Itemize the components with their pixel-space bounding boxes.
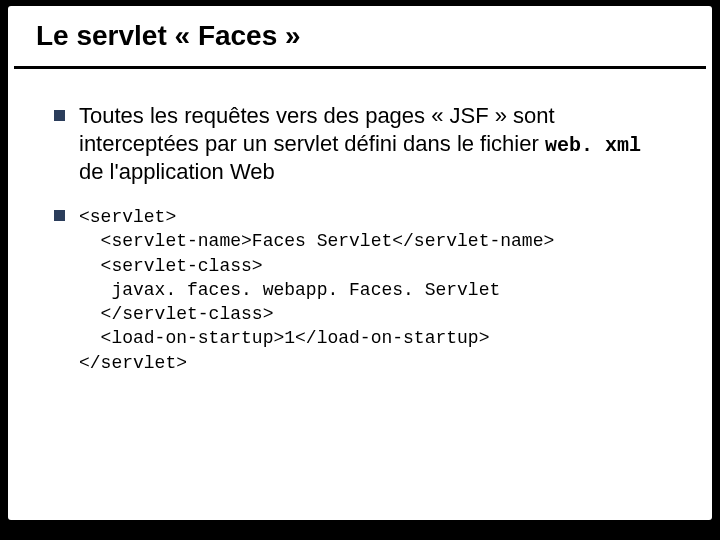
title-divider: [14, 66, 706, 69]
bullet-square-icon: [54, 110, 65, 121]
bullet-item: <servlet> <servlet-name>Faces Servlet</s…: [54, 205, 662, 375]
inline-code: web. xml: [545, 134, 641, 157]
slide-body: Toutes les requêtes vers des pages « JSF…: [54, 102, 662, 395]
bullet-text: Toutes les requêtes vers des pages « JSF…: [79, 102, 662, 185]
code-block: <servlet> <servlet-name>Faces Servlet</s…: [79, 205, 554, 375]
bullet-square-icon: [54, 210, 65, 221]
slide-title: Le servlet « Faces »: [36, 20, 301, 52]
bullet-item: Toutes les requêtes vers des pages « JSF…: [54, 102, 662, 185]
slide: Le servlet « Faces » Toutes les requêtes…: [8, 6, 712, 520]
bullet-text-after: de l'application Web: [79, 159, 275, 184]
bullet-text-before: Toutes les requêtes vers des pages « JSF…: [79, 103, 555, 156]
